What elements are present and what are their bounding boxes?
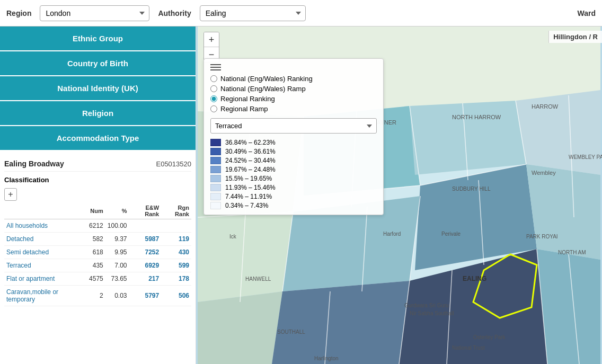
svg-text:Wembley: Wembley	[532, 170, 556, 176]
sidebar: Ethnic Group Country of Birth National I…	[0, 26, 196, 364]
add-button[interactable]: +	[4, 188, 17, 201]
svg-marker-4	[410, 101, 526, 175]
table-row: Terraced 435 7.00 6929 599	[4, 259, 191, 272]
authority-select[interactable]: EalingBarnetBrentCamdenHarrowHillingdonH…	[200, 5, 306, 21]
radio-label-nat-eng-ranking: National (Eng/Wales) Ranking	[220, 75, 313, 83]
row-ew-rank: 5987	[129, 233, 161, 246]
legend-range-label: 36.84% – 62.23%	[225, 139, 276, 146]
radio-label-regional-ranking: Regional Ranking	[220, 95, 275, 103]
svg-text:Ick: Ick	[229, 234, 237, 239]
data-table: Num % E&W Rank Rgn Rank All households 6…	[4, 203, 191, 306]
legend-items: 36.84% – 62.23% 30.49% – 36.61% 24.52% –…	[210, 139, 377, 209]
legend-row: 0.34% – 7.43%	[210, 202, 377, 209]
row-label[interactable]: Semi detached	[4, 246, 87, 259]
svg-text:NORTH AM: NORTH AM	[558, 250, 586, 255]
col-header-pct: %	[105, 203, 129, 219]
row-ew-rank: 217	[129, 272, 161, 286]
svg-marker-9	[526, 164, 600, 260]
map-area: NORTH HARROW HARROW Ruislip EASTCOTE RAY…	[196, 26, 602, 364]
table-row: Detached 582 9.37 5987 119	[4, 233, 191, 246]
row-label[interactable]: Flat or apartment	[4, 272, 87, 286]
svg-marker-6	[198, 212, 293, 302]
row-pct: 73.65	[105, 272, 129, 286]
legend-row: 24.52% – 30.44%	[210, 157, 377, 164]
legend-panel: National (Eng/Wales) Ranking National (E…	[203, 58, 384, 215]
svg-text:SOUTHALL: SOUTHALL	[277, 329, 305, 335]
radio-regional-ranking[interactable]: Regional Ranking	[210, 95, 377, 103]
svg-text:PARK ROYAI: PARK ROYAI	[526, 234, 558, 239]
legend-range-label: 11.93% – 15.46%	[225, 184, 276, 191]
nav-btn-religion[interactable]: Religion	[0, 101, 196, 126]
row-label[interactable]: Detached	[4, 233, 87, 246]
svg-marker-13	[537, 249, 600, 364]
svg-text:Gurdwara Sri Guru: Gurdwara Sri Guru	[404, 303, 449, 308]
row-num: 4575	[87, 272, 105, 286]
svg-text:National Trust: National Trust	[452, 345, 485, 351]
radio-regional-ramp[interactable]: Regional Ramp	[210, 105, 377, 113]
svg-text:EALING: EALING	[463, 275, 486, 282]
nav-btn-accommodation-type[interactable]: Accommodation Type	[0, 126, 196, 151]
legend-color-swatch	[210, 157, 221, 164]
legend-type-select[interactable]: TerracedDetachedSemi detachedFlat or apa…	[210, 118, 377, 134]
row-rgn-rank: 119	[161, 233, 191, 246]
row-num: 435	[87, 259, 105, 272]
table-row: Semi detached 618 9.95 7252 430	[4, 246, 191, 259]
legend-range-label: 24.52% – 30.44%	[225, 157, 276, 164]
legend-range-label: 19.67% – 24.48%	[225, 166, 276, 173]
legend-row: 36.84% – 62.23%	[210, 139, 377, 146]
data-panel: Ealing Broadway E05013520 Classification…	[0, 151, 196, 312]
col-header-num: Num	[87, 203, 105, 219]
row-ew-rank: 5797	[129, 286, 161, 306]
svg-marker-5	[516, 90, 600, 175]
region-select[interactable]: LondonEast of EnglandEast MidlandsNorth …	[40, 5, 149, 21]
legend-range-label: 7.44% – 11.91%	[225, 193, 272, 200]
row-rgn-rank: 506	[161, 286, 191, 306]
svg-text:Perivale: Perivale	[441, 231, 461, 237]
row-pct: 7.00	[105, 259, 129, 272]
legend-color-swatch	[210, 202, 221, 209]
radio-nat-eng-ramp[interactable]: National (Eng/Wales) Ramp	[210, 85, 377, 93]
svg-text:Harlington: Harlington	[314, 356, 339, 361]
svg-text:HANWELL: HANWELL	[245, 276, 271, 282]
table-row: Flat or apartment 4575 73.65 217 178	[4, 272, 191, 286]
svg-text:Osterley Park: Osterley Park	[473, 334, 506, 340]
nav-btn-national-identity[interactable]: National Identity (UK)	[0, 76, 196, 101]
col-header-ew-rank: E&W Rank	[129, 203, 161, 219]
legend-color-swatch	[210, 148, 221, 155]
row-rgn-rank	[161, 219, 191, 233]
region-label: Region	[6, 9, 31, 17]
row-rgn-rank: 599	[161, 259, 191, 272]
svg-text:Harford: Harford	[383, 231, 401, 237]
table-row: All households 6212 100.00	[4, 219, 191, 233]
ward-label: Ward	[578, 9, 596, 17]
radio-label-nat-eng-ramp: National (Eng/Wales) Ramp	[220, 85, 306, 93]
legend-color-swatch	[210, 175, 221, 182]
svg-text:HARROW: HARROW	[532, 103, 559, 110]
nav-btn-country-of-birth[interactable]: Country of Birth	[0, 51, 196, 76]
legend-color-swatch	[210, 139, 221, 146]
nav-btn-ethnic-group[interactable]: Ethnic Group	[0, 26, 196, 51]
location-row: Ealing Broadway E05013520	[4, 156, 191, 172]
row-label[interactable]: Terraced	[4, 259, 87, 272]
radio-group: National (Eng/Wales) Ranking National (E…	[210, 75, 377, 113]
legend-menu-icon[interactable]	[210, 64, 377, 70]
col-header-label	[4, 203, 87, 219]
row-label[interactable]: All households	[4, 219, 87, 233]
legend-row: 30.49% – 36.61%	[210, 148, 377, 155]
row-pct: 0.03	[105, 286, 129, 306]
legend-row: 11.93% – 15.46%	[210, 184, 377, 191]
zoom-in-button[interactable]: +	[204, 32, 219, 47]
table-row: Caravan,mobile or temporary 2 0.03 5797 …	[4, 286, 191, 306]
svg-marker-11	[272, 281, 410, 364]
svg-text:Nir Sabha Southall: Nir Sabha Southall	[410, 310, 454, 316]
row-label[interactable]: Caravan,mobile or temporary	[4, 286, 87, 306]
map-label-hillingdon: Hillingdon / R	[548, 31, 602, 43]
location-code: E05013520	[156, 160, 191, 168]
legend-color-swatch	[210, 184, 221, 191]
row-num: 2	[87, 286, 105, 306]
svg-text:NORTH HARROW: NORTH HARROW	[452, 114, 501, 120]
row-pct: 100.00	[105, 219, 129, 233]
radio-nat-eng-ranking[interactable]: National (Eng/Wales) Ranking	[210, 75, 377, 83]
svg-text:WEMBLEY PAR: WEMBLEY PAR	[569, 154, 602, 160]
table-container: Num % E&W Rank Rgn Rank All households 6…	[4, 203, 191, 306]
